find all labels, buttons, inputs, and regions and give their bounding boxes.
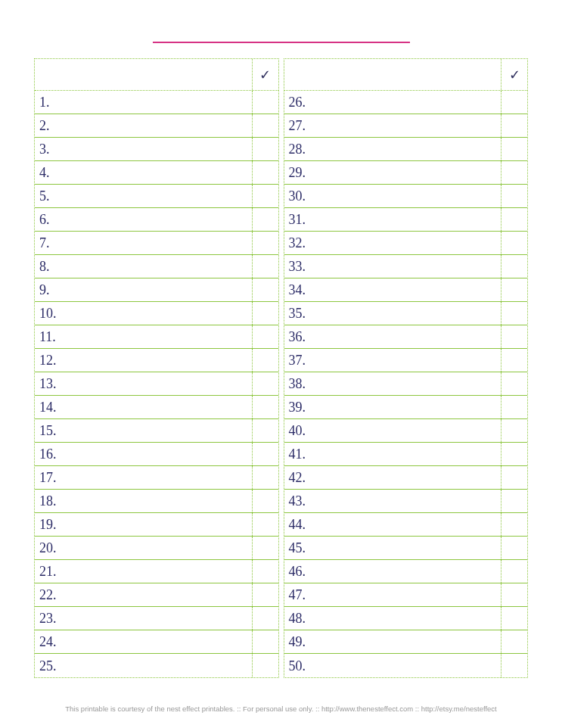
list-row[interactable]: 12.: [35, 349, 278, 372]
list-row[interactable]: 20.: [35, 537, 278, 560]
row-checkbox-cell[interactable]: [253, 302, 278, 325]
row-checkbox-cell[interactable]: [501, 161, 527, 184]
row-checkbox-cell[interactable]: [501, 654, 527, 677]
row-checkbox-cell[interactable]: [253, 91, 278, 114]
list-row[interactable]: 33.: [284, 255, 528, 278]
list-row[interactable]: 9.: [35, 278, 278, 302]
row-checkbox-cell[interactable]: [501, 138, 527, 160]
list-row[interactable]: 50.: [284, 654, 528, 677]
row-checkbox-cell[interactable]: [501, 278, 527, 301]
list-row[interactable]: 25.: [35, 654, 278, 677]
row-checkbox-cell[interactable]: [253, 466, 278, 489]
list-row[interactable]: 18.: [35, 490, 278, 513]
row-checkbox-cell[interactable]: [253, 583, 278, 606]
list-row[interactable]: 16.: [35, 443, 278, 466]
row-checkbox-cell[interactable]: [253, 372, 278, 395]
row-checkbox-cell[interactable]: [501, 396, 527, 418]
row-checkbox-cell[interactable]: [501, 630, 527, 653]
list-row[interactable]: 37.: [284, 349, 528, 372]
list-row[interactable]: 21.: [35, 560, 278, 583]
list-row[interactable]: 17.: [35, 466, 278, 490]
list-row[interactable]: 45.: [284, 537, 528, 560]
list-row[interactable]: 8.: [35, 255, 278, 278]
list-row[interactable]: 5.: [35, 185, 278, 208]
list-row[interactable]: 49.: [284, 630, 528, 654]
row-checkbox-cell[interactable]: [501, 560, 527, 583]
list-row[interactable]: 3.: [35, 138, 278, 161]
list-row[interactable]: 42.: [284, 466, 528, 490]
row-checkbox-cell[interactable]: [501, 443, 527, 465]
list-row[interactable]: 6.: [35, 208, 278, 232]
list-row[interactable]: 11.: [35, 325, 278, 349]
row-checkbox-cell[interactable]: [253, 208, 278, 231]
list-row[interactable]: 31.: [284, 208, 528, 232]
row-checkbox-cell[interactable]: [501, 232, 527, 254]
row-checkbox-cell[interactable]: [501, 607, 527, 630]
row-checkbox-cell[interactable]: [253, 232, 278, 254]
list-row[interactable]: 13.: [35, 372, 278, 396]
row-checkbox-cell[interactable]: [253, 513, 278, 536]
row-checkbox-cell[interactable]: [253, 325, 278, 348]
list-row[interactable]: 32.: [284, 232, 528, 255]
list-row[interactable]: 34.: [284, 278, 528, 302]
list-row[interactable]: 47.: [284, 583, 528, 607]
list-row[interactable]: 48.: [284, 607, 528, 630]
list-row[interactable]: 22.: [35, 583, 278, 607]
list-row[interactable]: 7.: [35, 232, 278, 255]
list-row[interactable]: 35.: [284, 302, 528, 325]
list-row[interactable]: 38.: [284, 372, 528, 396]
row-checkbox-cell[interactable]: [501, 513, 527, 536]
row-checkbox-cell[interactable]: [253, 185, 278, 207]
list-row[interactable]: 14.: [35, 396, 278, 419]
row-checkbox-cell[interactable]: [501, 349, 527, 372]
list-row[interactable]: 43.: [284, 490, 528, 513]
row-checkbox-cell[interactable]: [501, 419, 527, 442]
list-row[interactable]: 46.: [284, 560, 528, 583]
row-checkbox-cell[interactable]: [501, 583, 527, 606]
list-row[interactable]: 15.: [35, 419, 278, 443]
row-checkbox-cell[interactable]: [253, 114, 278, 137]
row-checkbox-cell[interactable]: [253, 490, 278, 512]
row-checkbox-cell[interactable]: [501, 255, 527, 278]
list-row[interactable]: 44.: [284, 513, 528, 537]
list-row[interactable]: 26.: [284, 91, 528, 114]
row-checkbox-cell[interactable]: [501, 537, 527, 559]
list-row[interactable]: 24.: [35, 630, 278, 654]
row-checkbox-cell[interactable]: [253, 396, 278, 418]
row-checkbox-cell[interactable]: [501, 91, 527, 114]
row-checkbox-cell[interactable]: [253, 161, 278, 184]
row-checkbox-cell[interactable]: [501, 325, 527, 348]
row-checkbox-cell[interactable]: [253, 630, 278, 653]
row-checkbox-cell[interactable]: [501, 490, 527, 512]
row-checkbox-cell[interactable]: [253, 138, 278, 160]
row-checkbox-cell[interactable]: [501, 185, 527, 207]
row-checkbox-cell[interactable]: [253, 278, 278, 301]
row-checkbox-cell[interactable]: [253, 654, 278, 677]
row-checkbox-cell[interactable]: [253, 607, 278, 630]
list-row[interactable]: 2.: [35, 114, 278, 138]
list-row[interactable]: 4.: [35, 161, 278, 185]
list-row[interactable]: 36.: [284, 325, 528, 349]
list-row[interactable]: 19.: [35, 513, 278, 537]
row-checkbox-cell[interactable]: [501, 466, 527, 489]
row-checkbox-cell[interactable]: [253, 560, 278, 583]
row-checkbox-cell[interactable]: [501, 208, 527, 231]
row-checkbox-cell[interactable]: [253, 537, 278, 559]
row-checkbox-cell[interactable]: [253, 419, 278, 442]
list-row[interactable]: 39.: [284, 396, 528, 419]
row-checkbox-cell[interactable]: [501, 372, 527, 395]
list-row[interactable]: 30.: [284, 185, 528, 208]
list-row[interactable]: 1.: [35, 91, 278, 114]
list-row[interactable]: 29.: [284, 161, 528, 185]
row-checkbox-cell[interactable]: [253, 443, 278, 465]
row-checkbox-cell[interactable]: [253, 255, 278, 278]
list-row[interactable]: 23.: [35, 607, 278, 630]
row-checkbox-cell[interactable]: [501, 114, 527, 137]
list-row[interactable]: 40.: [284, 419, 528, 443]
list-row[interactable]: 41.: [284, 443, 528, 466]
row-checkbox-cell[interactable]: [501, 302, 527, 325]
list-row[interactable]: 10.: [35, 302, 278, 325]
list-row[interactable]: 28.: [284, 138, 528, 161]
row-checkbox-cell[interactable]: [253, 349, 278, 372]
list-row[interactable]: 27.: [284, 114, 528, 138]
